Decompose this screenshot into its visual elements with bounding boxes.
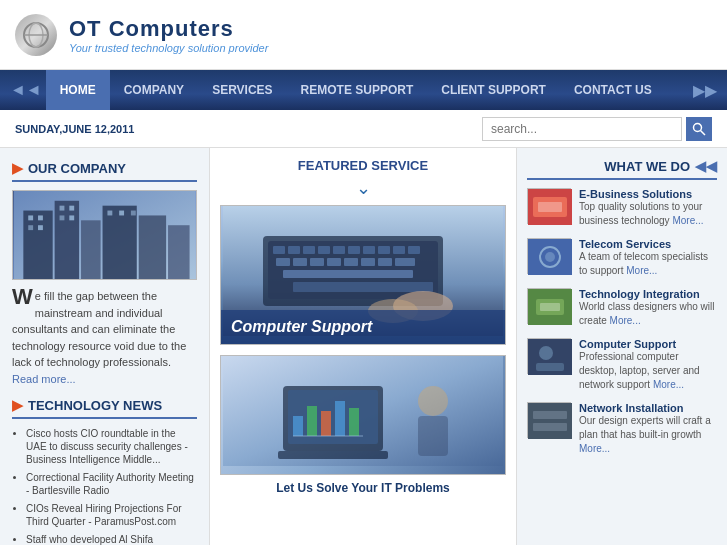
search-button[interactable] [686,117,712,141]
section-arrow2-icon: ▶ [12,397,23,413]
service-desc-tech: World class designers who will create Mo… [579,300,717,328]
svg-rect-38 [310,258,324,266]
svg-rect-31 [348,246,360,254]
svg-point-70 [539,346,553,360]
service-more-tech[interactable]: More... [610,315,641,326]
svg-line-4 [701,130,706,135]
search-input[interactable] [482,117,682,141]
nav-left-arrow: ◄◄ [10,81,42,99]
nav-item-client-support[interactable]: CLIENT SUPPORT [427,70,560,110]
svg-rect-37 [293,258,307,266]
logo-ot: OT [69,16,102,41]
bottom-image [220,355,506,475]
svg-rect-13 [38,215,43,220]
svg-rect-14 [28,225,33,230]
service-more-ebiz[interactable]: More... [672,215,703,226]
service-name-ebiz: E-Business Solutions [579,188,717,200]
tech-news-section: ▶ TECHNOLOGY NEWS Cisco hosts CIO roundt… [12,397,197,545]
service-name-telecom: Telecom Services [579,238,717,250]
our-company-label: OUR COMPANY [28,161,126,176]
svg-rect-18 [60,215,65,220]
service-info-telecom: Telecom Services A team of telecom speci… [579,238,717,278]
svg-rect-35 [408,246,420,254]
center-content: FEATURED SERVICE ⌄ [210,148,517,545]
service-image-tech [527,288,571,324]
svg-rect-26 [273,246,285,254]
read-more-link[interactable]: Read more... [12,373,76,385]
right-sidebar: WHAT WE DO ◀◀ E-Business Solutions Top q… [517,148,727,545]
svg-rect-73 [533,411,567,419]
service-desc-support: Professional computer desktop, laptop, s… [579,350,717,392]
service-item-ebiz: E-Business Solutions Top quality solutio… [527,188,717,228]
svg-rect-30 [333,246,345,254]
service-name-network: Network Installation [579,402,717,414]
service-more-support[interactable]: More... [653,379,684,390]
list-item: Staff who developed Al Shifa Programme f… [26,533,197,545]
svg-rect-34 [393,246,405,254]
svg-rect-11 [168,225,190,279]
svg-rect-43 [395,258,415,266]
service-image-network [527,402,571,438]
main-content: ▶ OUR COMPANY [0,148,727,545]
service-image-telecom [527,238,571,274]
svg-rect-36 [276,258,290,266]
svg-rect-10 [139,215,166,279]
service-item-network: Network Installation Our design experts … [527,402,717,456]
svg-rect-68 [540,303,560,311]
our-company-title: ▶ OUR COMPANY [12,160,197,182]
svg-rect-8 [81,220,101,279]
svg-rect-33 [378,246,390,254]
service-desc-ebiz: Top quality solutions to your business t… [579,200,717,228]
feature-image: Computer Support [220,205,506,345]
date-label: SUNDAY,JUNE 12,2011 [15,123,134,135]
bottom-caption: Let Us Solve Your IT Problems [220,481,506,495]
logo-computers: Computers [102,16,234,41]
svg-rect-74 [533,423,567,431]
search-container [482,117,712,141]
svg-rect-9 [103,206,137,279]
nav-item-remote-support[interactable]: REMOTE SUPPORT [287,70,428,110]
logo-title: OT Computers [69,16,268,42]
svg-rect-62 [538,202,562,212]
logo-icon [15,14,57,56]
search-icon [692,122,706,136]
svg-rect-52 [307,406,317,436]
service-image-ebiz [527,188,571,224]
nav-item-contact-us[interactable]: CONTACT US [560,70,666,110]
svg-rect-55 [349,408,359,436]
service-info-tech: Technology Integration World class desig… [579,288,717,328]
nav-item-home[interactable]: HOME [46,70,110,110]
svg-point-3 [694,123,702,131]
nav-item-services[interactable]: SERVICES [198,70,286,110]
svg-rect-19 [69,215,74,220]
service-more-telecom[interactable]: More... [626,265,657,276]
svg-rect-6 [23,211,52,279]
svg-rect-12 [28,215,33,220]
service-more-network[interactable]: More... [579,443,610,454]
list-item: Cisco hosts CIO roundtable in the UAE to… [26,427,197,466]
svg-rect-42 [378,258,392,266]
nav-item-company[interactable]: COMPANY [110,70,198,110]
nav-right-arrow: ▶▶ [693,81,717,100]
svg-rect-7 [55,201,79,279]
svg-rect-41 [361,258,375,266]
svg-rect-71 [536,363,564,371]
service-desc-network: Our design experts will craft a plan tha… [579,414,717,456]
subheader: SUNDAY,JUNE 12,2011 [0,110,727,148]
section-arrow-icon: ▶ [12,160,23,176]
svg-rect-20 [107,211,112,216]
tech-news-title: ▶ TECHNOLOGY NEWS [12,397,197,419]
what-we-do-arrow-icon: ◀◀ [695,158,717,174]
service-desc-telecom: A team of telecom specialists to support… [579,250,717,278]
service-info-network: Network Installation Our design experts … [579,402,717,456]
svg-rect-29 [318,246,330,254]
featured-title: FEATURED SERVICE [220,158,506,173]
company-image [12,190,197,280]
service-item-tech: Technology Integration World class desig… [527,288,717,328]
svg-rect-16 [60,206,65,211]
svg-rect-28 [303,246,315,254]
svg-point-58 [418,386,448,416]
svg-rect-21 [119,211,124,216]
logo-text: OT Computers Your trusted technology sol… [69,16,268,54]
service-info-ebiz: E-Business Solutions Top quality solutio… [579,188,717,228]
